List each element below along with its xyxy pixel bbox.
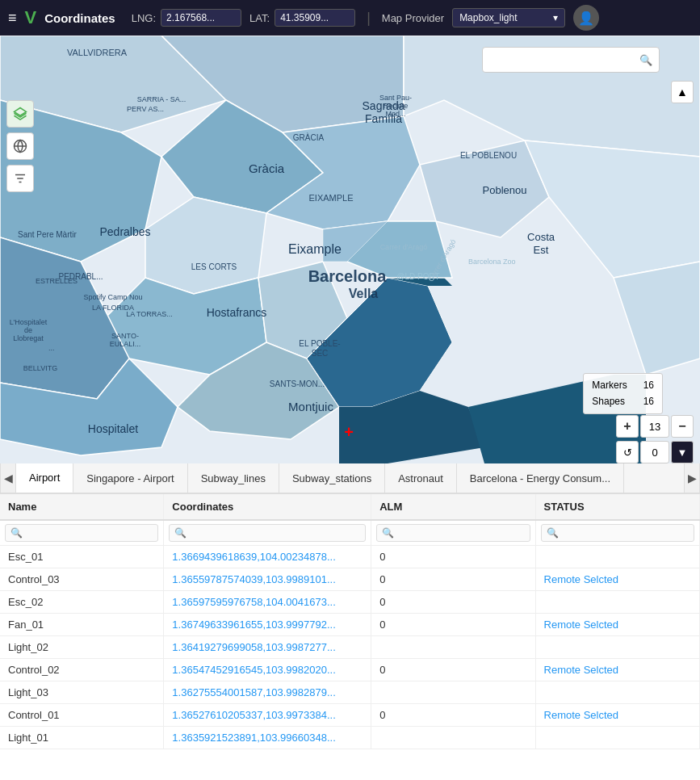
tab-item-subway-lines[interactable]: Subway_lines	[188, 463, 279, 493]
tab-item-astronaut[interactable]: Astronaut	[385, 463, 457, 493]
tab-item-subway-stations[interactable]: Subway_stations	[279, 463, 385, 493]
cell-coordinates: 1.36749633961655,103.9997792...	[164, 614, 371, 636]
map-container[interactable]: Barcelona Vella VALLVIDRERA Gràcia Eixam…	[0, 36, 700, 463]
lng-label: LNG:	[132, 12, 156, 24]
shapes-value: 16	[643, 393, 654, 409]
table-row[interactable]: Fan_011.36749633961655,103.9997792...0Re…	[0, 614, 700, 636]
svg-text:EIXAMPLE: EIXAMPLE	[308, 193, 353, 203]
svg-text:Vella: Vella	[349, 287, 379, 300]
svg-text:Llobregat: Llobregat	[13, 334, 44, 342]
globe-button[interactable]	[6, 132, 34, 160]
table-row[interactable]: Control_011.36527610205337,103.9973384..…	[0, 704, 700, 727]
cell-coordinates: 1.36527610205337,103.9973384...	[164, 704, 371, 727]
svg-text:Spotify Camp Nou: Spotify Camp Nou	[83, 293, 142, 301]
svg-text:Est: Est	[534, 244, 549, 256]
tab-item-singapore---airport[interactable]: Singapore - Airport	[73, 463, 187, 493]
svg-text:Carrer d'Aragó: Carrer d'Aragó	[380, 243, 428, 251]
search-icon: 🔍	[639, 54, 652, 66]
filter-button[interactable]	[6, 165, 34, 192]
svg-text:de: de	[24, 326, 32, 334]
table-row[interactable]: Esc_021.36597595976758,104.0041673...0	[0, 591, 700, 614]
cell-alm: 0	[371, 546, 535, 568]
cell-name: Control_01	[0, 704, 164, 727]
map-reset-button[interactable]: ↺	[616, 441, 639, 463]
svg-text:Sant Pere Màrtir: Sant Pere Màrtir	[18, 230, 77, 239]
layers-button[interactable]	[6, 100, 34, 128]
cell-status	[535, 636, 699, 659]
map-provider-select[interactable]: Mapbox_light ▾	[452, 8, 565, 27]
search-input-status[interactable]	[541, 524, 694, 542]
cell-name: Light_02	[0, 636, 164, 659]
divider: |	[367, 10, 371, 27]
table-row[interactable]: Control_031.36559787574039,103.9989101..…	[0, 568, 700, 591]
svg-text:Sant Pau-: Sant Pau-	[379, 94, 412, 102]
svg-text:Hospitalet: Hospitalet	[88, 422, 138, 435]
zoom-value-display: 13	[640, 415, 669, 438]
svg-text:EL POBLE-: EL POBLE-	[299, 339, 340, 348]
map-search-input[interactable]	[489, 54, 635, 66]
lng-input[interactable]	[161, 9, 241, 27]
search-input-name[interactable]	[5, 524, 158, 542]
main-layout: Barcelona Vella VALLVIDRERA Gràcia Eixam…	[0, 36, 700, 780]
lng-group: LNG:	[132, 9, 241, 27]
cell-status	[535, 681, 699, 704]
header: ≡ V Coordinates LNG: LAT: | Map Provider…	[0, 0, 700, 36]
map-scroll-up-button[interactable]: ▲	[671, 81, 694, 103]
cell-name: Control_03	[0, 568, 164, 591]
search-cell-status	[535, 520, 699, 546]
svg-text:Hostafrancs: Hostafrancs	[207, 306, 267, 319]
svg-text:Gràcia: Gràcia	[249, 161, 285, 175]
map-zoom-controls: + 13 − ↺ 0 ▼	[616, 415, 694, 463]
cell-status	[535, 591, 699, 614]
svg-text:EULALI...: EULALI...	[110, 340, 141, 348]
logo-icon: V	[25, 7, 37, 28]
table-search-row	[0, 520, 700, 546]
search-input-alm[interactable]	[376, 524, 530, 542]
cell-status	[535, 727, 699, 749]
map-search-bar[interactable]: 🔍	[482, 47, 660, 73]
tab-next-button[interactable]: ▶	[684, 463, 700, 493]
data-table-container[interactable]: NameCoordinatesALMSTATUS Esc_011.3669439…	[0, 494, 700, 780]
cell-coordinates: 1.3669439618639,104.00234878...	[164, 546, 371, 568]
svg-text:VALLVIDRERA: VALLVIDRERA	[67, 48, 128, 57]
map-provider-label: Map Provider	[382, 12, 444, 24]
table-body: Esc_011.3669439618639,104.00234878...0Co…	[0, 546, 700, 749]
tab-item-barcelona---energy-consum[interactable]: Barcelona - Energy Consum...	[457, 463, 624, 493]
cell-alm: 0	[371, 591, 535, 614]
svg-text:GRÀCIA: GRÀCIA	[293, 132, 325, 142]
table-row[interactable]: Control_021.36547452916545,103.9982020..…	[0, 659, 700, 681]
svg-text:...: ...	[48, 344, 55, 352]
svg-text:Barcelona: Barcelona	[308, 267, 388, 285]
cell-coordinates: 1.3635921523891,103.99660348...	[164, 727, 371, 749]
cell-name: Esc_02	[0, 591, 164, 614]
svg-text:Poblenou: Poblenou	[483, 184, 527, 196]
map-expand-button[interactable]: ▼	[671, 441, 694, 463]
search-input-coordinates[interactable]	[169, 524, 366, 542]
avatar[interactable]: 👤	[573, 5, 599, 31]
cell-alm: 0	[371, 568, 535, 591]
table-row[interactable]: Light_011.3635921523891,103.99660348...	[0, 727, 700, 749]
search-cell-alm	[371, 520, 535, 546]
table-row[interactable]: Light_031.36275554001587,103.9982879...	[0, 681, 700, 704]
lat-group: LAT:	[249, 9, 355, 27]
tab-item-airport[interactable]: Airport	[16, 463, 73, 493]
cell-alm	[371, 727, 535, 749]
chevron-down-icon: ▾	[553, 12, 558, 23]
svg-text:Pedralbes: Pedralbes	[99, 225, 150, 238]
svg-text:+: +	[344, 423, 354, 441]
page-title: Coordinates	[44, 11, 115, 25]
markers-value: 16	[643, 377, 654, 393]
menu-icon[interactable]: ≡	[8, 10, 17, 27]
tab-prev-button[interactable]: ◀	[0, 463, 16, 493]
zoom-in-button[interactable]: +	[616, 415, 639, 438]
cell-coordinates: 1.36547452916545,103.9982020...	[164, 659, 371, 681]
zoom-out-button[interactable]: −	[671, 415, 694, 438]
map-info-box: Markers 16 Shapes 16	[583, 373, 663, 414]
table-row[interactable]: Esc_011.3669439618639,104.00234878...0	[0, 546, 700, 568]
svg-text:L'Hospitalet: L'Hospitalet	[10, 318, 48, 326]
lat-input[interactable]	[275, 9, 355, 27]
cell-status: Remote Selcted	[535, 659, 699, 681]
markers-label: Markers	[592, 377, 627, 393]
cell-status	[535, 546, 699, 568]
table-row[interactable]: Light_021.36419279699058,103.9987277...	[0, 636, 700, 659]
